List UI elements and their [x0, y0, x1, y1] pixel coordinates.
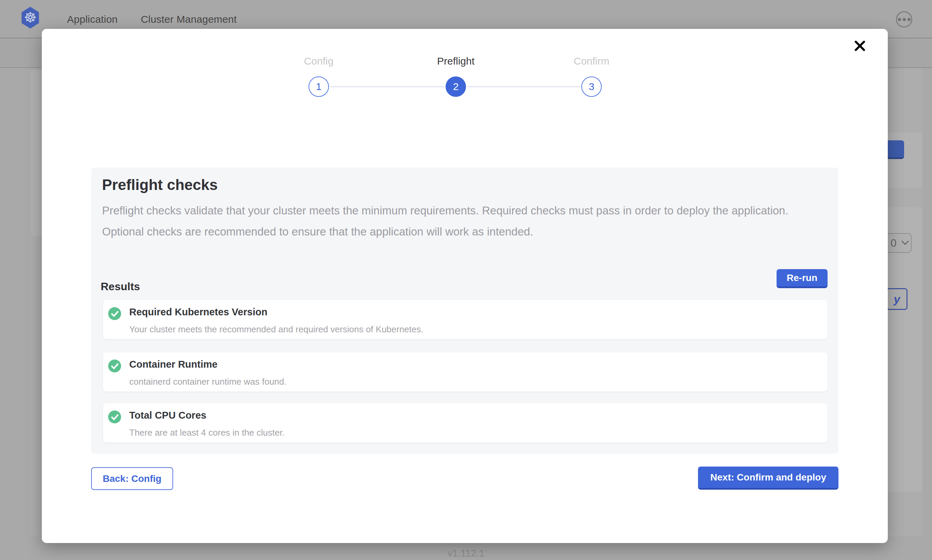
rerun-button[interactable]: Re-run — [776, 269, 827, 288]
results-heading: Results — [101, 280, 140, 293]
partial-button-text: y — [894, 292, 900, 306]
check-result-row: Required Kubernetes Version Your cluster… — [103, 300, 827, 339]
background-partial-outline-button[interactable]: y — [886, 288, 907, 310]
nav-item-application[interactable]: Application — [67, 14, 118, 25]
check-result-row: Total CPU Cores There are at least 4 cor… — [103, 403, 827, 442]
check-detail: containerd container runtime was found. — [129, 377, 287, 387]
step-circle-2[interactable]: 2 — [446, 77, 466, 97]
check-title: Total CPU Cores — [129, 410, 207, 421]
step-label-preflight: Preflight — [437, 55, 475, 67]
app-version: v1.112.1 — [0, 548, 932, 559]
check-detail: Your cluster meets the recommended and r… — [129, 324, 423, 335]
nav-item-cluster-management[interactable]: Cluster Management — [141, 14, 237, 25]
check-circle-icon — [108, 360, 121, 372]
background-partial-blue-button[interactable] — [886, 140, 904, 159]
check-circle-icon — [108, 411, 121, 423]
next-confirm-deploy-button[interactable]: Next: Confirm and deploy — [698, 466, 838, 490]
step-connector — [467, 86, 580, 87]
close-icon[interactable] — [852, 38, 868, 54]
page-title: Preflight checks — [102, 176, 218, 193]
preflight-description: Preflight checks validate that your clus… — [102, 200, 821, 242]
select-visible-value: 0 — [890, 237, 897, 249]
back-config-button[interactable]: Back: Config — [91, 467, 173, 490]
more-menu-ellipsis-icon[interactable] — [896, 11, 912, 28]
check-circle-icon — [108, 307, 121, 320]
check-title: Container Runtime — [129, 359, 218, 370]
check-detail: There are at least 4 cores in the cluste… — [129, 428, 285, 438]
step-connector — [330, 86, 444, 87]
preflight-panel: Preflight checks Preflight checks valida… — [91, 168, 838, 454]
step-circle-3[interactable]: 3 — [581, 77, 602, 97]
background-partial-select[interactable]: 0 — [886, 233, 912, 253]
kubernetes-logo-icon: ☸ — [20, 7, 40, 29]
step-circle-1[interactable]: 1 — [309, 77, 329, 97]
chevron-down-icon — [901, 241, 909, 245]
step-label-confirm: Confirm — [574, 55, 609, 67]
check-title: Required Kubernetes Version — [129, 306, 267, 318]
check-result-row: Container Runtime containerd container r… — [103, 352, 827, 391]
step-label-config: Config — [304, 55, 334, 67]
preflight-modal: Config Preflight Confirm 1 2 3 Preflight… — [42, 29, 888, 543]
